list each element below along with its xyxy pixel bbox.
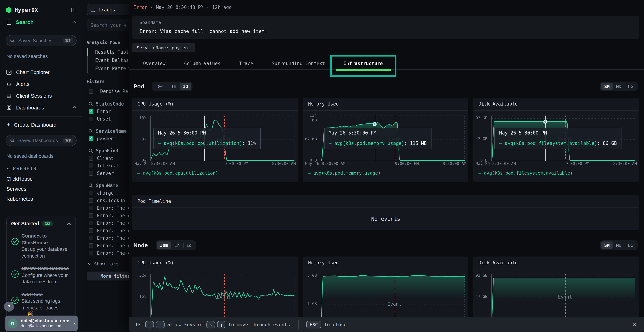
filter-option[interactable]: Error: The cr <box>82 234 129 242</box>
step-subtitle: Set up your database connection <box>22 246 68 258</box>
collapse-sidebar-icon[interactable] <box>71 7 76 13</box>
denoise-toggle[interactable]: Denoise Results <box>82 87 129 96</box>
size-sm-button[interactable]: SM <box>601 83 613 90</box>
filter-option[interactable]: Error: The cr <box>82 212 129 219</box>
source-select[interactable]: Traces <box>86 4 133 16</box>
chart-legend[interactable]: avg(k8s.pod.filesystem.available) <box>478 170 573 176</box>
plus-icon: + <box>7 122 10 128</box>
sidebar-item-client-sessions[interactable]: Client Sessions <box>0 90 82 102</box>
size-lg-button[interactable]: LG <box>625 242 636 249</box>
analysis-mode-event-patterns[interactable]: Event Patterns <box>87 64 129 72</box>
checkbox[interactable] <box>89 164 94 168</box>
size-md-button[interactable]: MD <box>613 83 625 90</box>
range-1h-button[interactable]: 1h <box>171 242 183 249</box>
chevron-up-icon[interactable] <box>72 106 76 109</box>
saved-dashboards-field[interactable] <box>18 138 63 144</box>
logo-row: ⚡ HyperDX <box>0 0 82 13</box>
traces-source-icon <box>90 7 96 12</box>
tab-overview[interactable]: Overview <box>134 57 175 70</box>
chart-plot[interactable]: May 26 5:30:00 PM avg(k8s.pod.cpu.utiliz… <box>150 116 294 161</box>
filter-option[interactable]: charge <box>82 189 129 197</box>
saved-searches-input[interactable]: ⌘K <box>6 35 76 46</box>
chart-plot[interactable]: Event <box>321 274 465 319</box>
checkbox-checked[interactable] <box>89 136 94 141</box>
filter-option[interactable]: Error: The cr <box>82 242 129 249</box>
event-search-field[interactable] <box>87 22 129 28</box>
tab-surrounding-context[interactable]: Surrounding Context <box>262 57 334 70</box>
chart-plot[interactable]: Event <box>492 274 636 319</box>
range-1h-button[interactable]: 1h <box>168 83 180 90</box>
preset-kubernetes[interactable]: Kubernetes <box>0 194 82 204</box>
event-search-input[interactable] <box>86 19 130 31</box>
sidebar-item-alerts[interactable]: Alerts <box>0 78 82 90</box>
checkbox[interactable] <box>89 117 94 121</box>
checkbox[interactable] <box>89 191 94 195</box>
tooltip-time: May 26 5:30:00 PM <box>154 128 260 138</box>
search-icon <box>88 148 93 153</box>
help-button[interactable]: ? <box>4 302 14 312</box>
filter-option[interactable]: Error: The cr <box>82 204 129 212</box>
checkbox[interactable] <box>89 89 94 94</box>
checkbox[interactable] <box>89 213 94 218</box>
tab-column-values[interactable]: Column Values <box>175 57 230 70</box>
footer-text: to close <box>324 322 346 327</box>
filter-option[interactable]: Error: The cr <box>82 249 129 257</box>
checkbox[interactable] <box>89 198 94 203</box>
checkbox[interactable] <box>89 206 94 210</box>
filter-option[interactable]: Error: The cr <box>82 219 129 227</box>
size-sm-button[interactable]: SM <box>601 242 613 249</box>
filter-option[interactable]: payment <box>82 135 129 142</box>
nav-label: Dashboards <box>16 105 44 110</box>
analysis-mode-results-table[interactable]: Results Table <box>87 48 129 56</box>
sidebar-item-chart-explorer[interactable]: Chart Explorer <box>0 66 82 78</box>
close-icon[interactable]: ✕ <box>633 321 636 328</box>
chart-plot[interactable]: May 26 5:30:00 PM avg(k8s.pod.filesystem… <box>492 116 636 161</box>
chart-plot[interactable]: May 26 5:30:00 PM avg(k8s.pod.memory.usa… <box>321 116 465 161</box>
checkbox[interactable] <box>89 221 94 226</box>
preset-services[interactable]: Services <box>0 184 82 194</box>
get-started-step-sources[interactable]: Create Data SourcesConfigure where your … <box>11 265 71 285</box>
range-1d-button[interactable]: 1d <box>180 83 192 90</box>
filter-option[interactable]: dns.lookup <box>82 197 129 204</box>
chart-legend[interactable]: avg(k8s.pod.memory.usage) <box>308 170 380 176</box>
preset-clickhouse[interactable]: ClickHouse <box>0 174 82 184</box>
checkbox[interactable] <box>89 236 94 240</box>
saved-dashboards-input[interactable]: ⌘K <box>6 135 76 146</box>
checkbox-checked[interactable] <box>89 109 94 114</box>
filter-option[interactable]: Error <box>82 108 129 115</box>
chevron-up-icon[interactable] <box>72 21 76 23</box>
analysis-mode-event-deltas[interactable]: Event Deltas <box>87 56 129 64</box>
esc-key: ESC <box>306 321 321 328</box>
range-1d-button[interactable]: 1d <box>183 242 195 249</box>
show-more-button[interactable]: Show more <box>82 261 129 266</box>
service-name-chip[interactable]: ServiceName: payment <box>132 43 195 52</box>
size-md-button[interactable]: MD <box>613 242 625 249</box>
size-lg-button[interactable]: LG <box>625 83 636 90</box>
checkbox[interactable] <box>89 251 94 256</box>
checkbox[interactable] <box>89 171 94 176</box>
filter-option[interactable]: Server <box>82 170 129 177</box>
chevron-up-icon[interactable] <box>67 222 71 225</box>
presets-toggle[interactable]: PRESETS <box>0 159 82 171</box>
range-30m-button[interactable]: 30m <box>153 83 168 90</box>
chart-legend[interactable]: avg(k8s.pod.cpu.utilization) <box>138 170 218 176</box>
checkbox[interactable] <box>89 156 94 161</box>
tab-trace[interactable]: Trace <box>230 57 262 70</box>
filter-option[interactable]: Internal <box>82 162 129 170</box>
filter-option[interactable]: Error: The cr <box>82 227 129 234</box>
checkbox[interactable] <box>89 228 94 233</box>
sidebar-item-search[interactable]: Search <box>0 13 82 30</box>
arrow-left-key: ← <box>146 321 154 328</box>
user-menu[interactable]: D dale@clickhouse.com dale@clickhouse.co… <box>5 316 78 331</box>
create-dashboard-button[interactable]: + Create Dashboard <box>0 118 82 132</box>
saved-searches-field[interactable] <box>18 38 63 44</box>
filter-option[interactable]: Unset <box>82 115 129 123</box>
checkbox[interactable] <box>89 243 94 248</box>
chart-plot[interactable]: Event <box>150 274 294 319</box>
range-30m-button[interactable]: 30m <box>157 242 171 249</box>
tab-infrastructure[interactable]: Infrastructure <box>334 57 392 70</box>
get-started-step-connect[interactable]: Connect to ClickHouseSet up your databas… <box>11 232 71 259</box>
get-started-step-add-data[interactable]: Add DataStart sending logs, metrics, or … <box>11 291 71 311</box>
sidebar-item-dashboards[interactable]: Dashboards <box>0 102 82 114</box>
filter-option[interactable]: Client <box>82 154 129 162</box>
